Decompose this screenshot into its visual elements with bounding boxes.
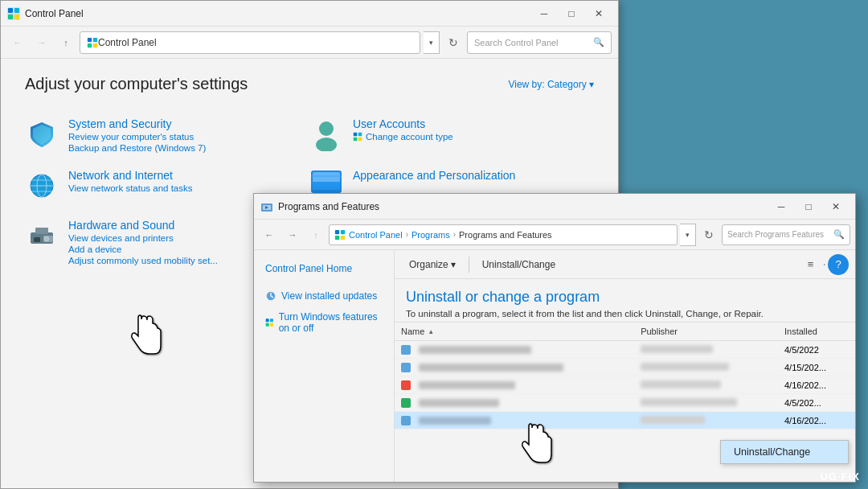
svg-point-10 (316, 138, 337, 151)
cp-title-text: Control Panel (25, 8, 531, 19)
system-title[interactable]: System and Security (68, 117, 206, 130)
cp-search-box[interactable]: Search Control Panel 🔍 (467, 31, 612, 54)
svg-rect-44 (270, 318, 273, 322)
breadcrumb-cp[interactable]: Control Panel (349, 230, 403, 240)
breadcrumb-sep-2: › (453, 230, 456, 239)
list-item-date: 4/15/202... (784, 363, 849, 372)
svg-rect-40 (335, 235, 339, 239)
list-item-publisher (641, 398, 784, 408)
windows-features-label: Turn Windows features on or off (279, 311, 383, 334)
cp-maximize-button[interactable]: □ (559, 5, 584, 23)
network-link-0[interactable]: View network status and tasks (68, 183, 192, 193)
cp-search-icon: 🔍 (593, 37, 604, 47)
svg-rect-13 (354, 138, 358, 142)
cp-address-dropdown[interactable]: ▾ (424, 31, 440, 54)
system-link-0[interactable]: Review your computer's status (68, 132, 206, 142)
hardware-icon (25, 219, 59, 253)
cp-up-button[interactable]: ↑ (55, 32, 76, 53)
pf-maximize-button[interactable]: □ (796, 198, 821, 216)
list-item-selected[interactable]: 4/16/202... (395, 412, 855, 429)
system-link-1[interactable]: Backup and Restore (Windows 7) (68, 143, 206, 153)
svg-rect-43 (266, 318, 269, 322)
context-menu: Uninstall/Change (720, 440, 849, 464)
hardware-link-2[interactable]: Adjust commonly used mobility set... (68, 256, 218, 265)
svg-rect-3 (8, 14, 13, 19)
uninstall-change-button[interactable]: Uninstall/Change (474, 254, 563, 275)
view-options-button[interactable]: ≡ (800, 254, 821, 275)
publisher-blurred (641, 416, 705, 424)
context-menu-uninstall[interactable]: Uninstall/Change (721, 441, 848, 463)
list-item[interactable]: 4/5/2022 (395, 341, 855, 359)
cp-back-button[interactable]: ← (7, 32, 28, 53)
hardware-title[interactable]: Hardware and Sound (68, 219, 218, 232)
hardware-link-1[interactable]: Add a device (68, 244, 218, 254)
help-button[interactable]: ? (828, 254, 849, 275)
svg-rect-45 (266, 323, 269, 327)
svg-rect-39 (341, 229, 345, 233)
view-by-value[interactable]: Category ▾ (547, 79, 594, 90)
list-item[interactable]: 4/5/202... (395, 394, 855, 412)
pf-sidebar-home[interactable]: Control Panel Home (254, 258, 394, 279)
pf-refresh-button[interactable]: ↻ (698, 224, 719, 245)
organize-button[interactable]: Organize ▾ (401, 254, 464, 275)
cp-minimize-button[interactable]: ─ (531, 5, 557, 23)
cp-main-title: Adjust your computer's settings (25, 75, 248, 93)
publisher-blurred (641, 398, 737, 406)
pf-close-button[interactable]: ✕ (823, 198, 849, 216)
pf-window-controls: ─ □ ✕ (768, 198, 849, 216)
pf-address-dropdown[interactable]: ▾ (680, 224, 696, 246)
cp-address-text: Control Panel (98, 37, 157, 48)
cp-address-bar: ← → ↑ Control Panel ▾ ↻ Search Control P… (1, 27, 618, 59)
svg-point-9 (319, 121, 334, 136)
cp-titlebar: Control Panel ─ □ ✕ (1, 1, 618, 27)
svg-rect-5 (88, 37, 92, 41)
list-item[interactable]: 4/15/202... (395, 359, 855, 376)
program-name-blurred (419, 417, 491, 425)
hardware-info: Hardware and Sound View devices and prin… (68, 219, 218, 265)
svg-rect-28 (34, 237, 40, 242)
cp-close-button[interactable]: ✕ (586, 5, 612, 23)
list-item-name (401, 363, 641, 372)
cp-refresh-button[interactable]: ↻ (443, 32, 464, 53)
user-link-icon (353, 132, 362, 142)
breadcrumb-programs[interactable]: Programs (411, 230, 450, 240)
view-by-label: View by: (508, 79, 544, 90)
program-name-blurred (419, 381, 515, 389)
svg-rect-2 (14, 8, 19, 13)
col-installed-header[interactable]: Installed (784, 327, 849, 336)
pf-view-installed-updates[interactable]: View installed updates (254, 286, 394, 306)
hardware-link-0[interactable]: View devices and printers (68, 233, 218, 243)
col-name-header[interactable]: Name ▲ (401, 327, 641, 336)
pf-forward-button[interactable]: → (282, 224, 303, 245)
svg-rect-4 (14, 14, 19, 19)
list-item-publisher (641, 416, 784, 425)
svg-rect-26 (311, 175, 342, 177)
svg-rect-30 (35, 228, 48, 234)
list-item-name (401, 416, 641, 425)
pf-windows-features[interactable]: Turn Windows features on or off (254, 306, 394, 339)
svg-rect-12 (358, 133, 362, 137)
list-item-name (401, 345, 641, 355)
col-publisher-header[interactable]: Publisher (641, 327, 784, 336)
svg-rect-1 (8, 8, 13, 13)
user-title[interactable]: User Accounts (353, 117, 453, 130)
cp-address-field[interactable]: Control Panel (80, 31, 420, 54)
pf-search-box[interactable]: Search Programs Features 🔍 (722, 224, 850, 245)
pf-breadcrumb-field[interactable]: Control Panel › Programs › Programs and … (329, 224, 678, 245)
breadcrumb-sep-1: › (406, 230, 408, 239)
network-info: Network and Internet View network status… (68, 169, 192, 193)
pf-minimize-button[interactable]: ─ (768, 198, 794, 216)
svg-rect-38 (335, 229, 339, 233)
list-item-name (401, 380, 641, 390)
user-link-0[interactable]: Change account type (366, 132, 453, 142)
network-title[interactable]: Network and Internet (68, 169, 192, 182)
pf-back-button[interactable]: ← (259, 224, 280, 245)
system-info: System and Security Review your computer… (68, 117, 206, 153)
cp-forward-button[interactable]: → (31, 32, 52, 53)
publisher-blurred (641, 380, 721, 388)
pf-up-button[interactable]: ↑ (305, 224, 326, 245)
list-item[interactable]: 4/16/202... (395, 376, 855, 394)
system-icon (25, 117, 59, 151)
list-item-date: 4/5/202... (784, 398, 849, 408)
appearance-title[interactable]: Appearance and Personalization (353, 169, 515, 182)
